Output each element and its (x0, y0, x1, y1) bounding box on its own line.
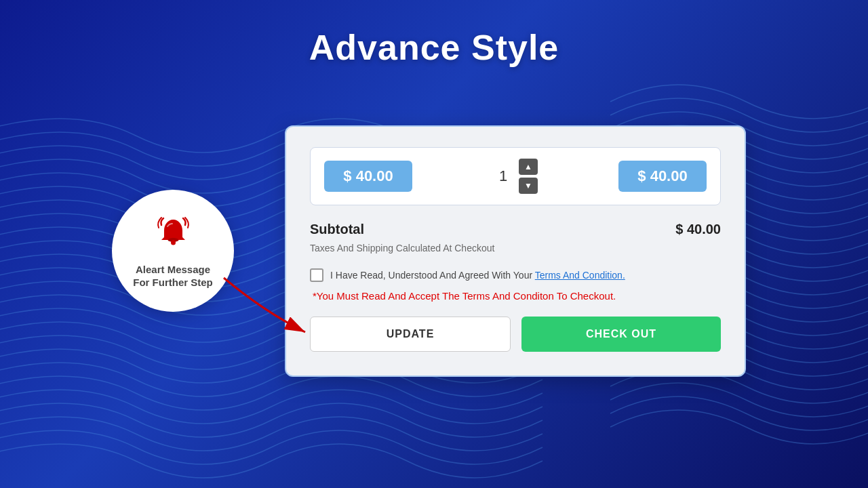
checkbox-text: I Have Read, Understood And Agreed With … (330, 270, 535, 281)
checkout-card: $ 40.00 1 ▲ ▼ $ 40.00 Subtotal $ 40.00 T… (285, 125, 746, 377)
terms-checkbox[interactable] (310, 268, 323, 282)
alert-bubble: Aleart Message For Further Step (112, 190, 234, 312)
alert-message-line2: For Further Step (133, 277, 213, 288)
qty-decrease-button[interactable]: ▼ (519, 178, 538, 194)
action-buttons-row: UPDATE CHECK OUT (310, 317, 721, 352)
bell-svg-icon (155, 213, 192, 250)
alert-message-line1: Aleart Message For Further Step (133, 263, 213, 289)
price-qty-row: $ 40.00 1 ▲ ▼ $ 40.00 (310, 147, 721, 205)
svg-point-1 (171, 240, 176, 245)
subtotal-row: Subtotal $ 40.00 (310, 222, 721, 237)
page-title: Advance Style (0, 27, 868, 68)
tax-note: Taxes And Shipping Calculated At Checkou… (310, 243, 721, 253)
total-price: $ 40.00 (618, 161, 707, 192)
unit-price: $ 40.00 (324, 161, 412, 192)
checkbox-label: I Have Read, Understood And Agreed With … (330, 270, 625, 281)
subtotal-value: $ 40.00 (675, 222, 721, 237)
update-button[interactable]: UPDATE (310, 317, 511, 352)
terms-checkbox-row: I Have Read, Understood And Agreed With … (310, 268, 721, 282)
quantity-value: 1 (493, 167, 513, 185)
quantity-section: 1 ▲ ▼ (493, 159, 538, 194)
bell-icon (155, 213, 192, 258)
quantity-stepper[interactable]: ▲ ▼ (519, 159, 538, 194)
subtotal-label: Subtotal (310, 222, 364, 237)
qty-increase-button[interactable]: ▲ (519, 159, 538, 175)
error-message: *You Must Read And Accept The Terms And … (310, 290, 721, 302)
terms-link[interactable]: Terms And Condition. (535, 270, 625, 281)
checkout-button[interactable]: CHECK OUT (521, 317, 721, 352)
